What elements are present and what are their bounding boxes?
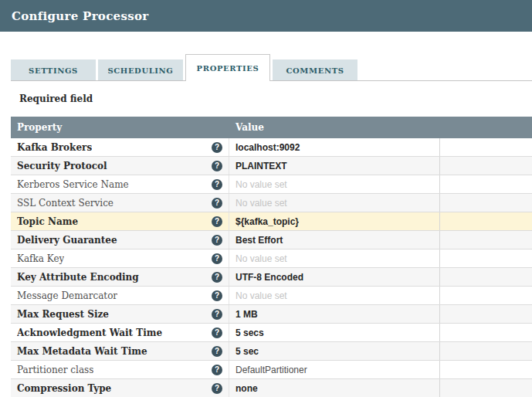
table-row[interactable]: Kerberos Service Name? No value set [11,175,532,194]
property-value[interactable]: 5 sec [229,342,440,360]
row-filler [440,361,532,378]
property-name: Partitioner class [17,365,93,375]
row-filler [440,138,532,156]
row-filler [440,324,532,341]
tab-comments[interactable]: COMMENTS [273,59,357,81]
property-value[interactable]: No value set [229,194,440,212]
row-filler [440,342,532,360]
dialog-header: Configure Processor [0,0,532,32]
tab-bar: SETTINGS SCHEDULING PROPERTIES COMMENTS [11,54,532,81]
table-row[interactable]: Key Attribute Encoding? UTF-8 Encoded [11,268,532,287]
property-value[interactable]: none [229,379,440,397]
table-row[interactable]: Kafka Brokers? localhost:9092 [11,138,532,157]
help-icon[interactable]: ? [212,198,222,209]
property-name: Key Attribute Encoding [17,272,139,283]
tab-scheduling[interactable]: SCHEDULING [98,59,183,81]
tab-properties[interactable]: PROPERTIES [185,54,270,81]
table-row[interactable]: Partitioner class? DefaultPartitioner [11,361,532,379]
table-row[interactable]: SSL Context Service? No value set [11,194,532,212]
properties-table: Property Value Kafka Brokers? localhost:… [11,117,532,397]
dialog-title: Configure Processor [12,9,148,23]
property-value[interactable]: PLAINTEXT [229,157,440,175]
row-filler [440,231,532,249]
help-icon[interactable]: ? [212,235,222,246]
help-icon[interactable]: ? [212,383,222,394]
property-value[interactable]: UTF-8 Encoded [229,268,440,286]
help-icon[interactable]: ? [212,290,222,301]
required-field-label: Required field [19,93,532,105]
row-filler [440,287,532,304]
table-row[interactable]: Compression Type? none [11,379,532,397]
column-header-property: Property [11,122,229,133]
help-icon[interactable]: ? [212,142,222,153]
table-row[interactable]: Max Request Size? 1 MB [11,305,532,324]
row-filler [440,268,532,286]
property-value[interactable]: Best Effort [229,231,440,249]
table-row[interactable]: Message Demarcator? No value set [11,287,532,305]
property-name: Max Metadata Wait Time [17,346,147,357]
property-name: Topic Name [17,216,78,227]
row-filler [440,305,532,323]
property-name: Kafka Key [17,253,64,264]
property-name: Max Request Size [17,309,109,320]
property-value[interactable]: localhost:9092 [229,138,440,156]
property-name: Compression Type [17,383,111,394]
property-value[interactable]: ${kafka_topic} [229,212,440,230]
help-icon[interactable]: ? [212,365,222,375]
help-icon[interactable]: ? [212,327,222,338]
property-name: Message Demarcator [17,290,117,301]
table-row[interactable]: Security Protocol? PLAINTEXT [11,157,532,175]
table-row-highlighted[interactable]: Topic Name? ${kafka_topic} [11,212,532,231]
help-icon[interactable]: ? [212,179,222,190]
property-name: Delivery Guarantee [17,235,117,246]
table-row[interactable]: Kafka Key? No value set [11,249,532,268]
property-name: Kerberos Service Name [17,179,129,190]
row-filler [440,175,532,193]
help-icon[interactable]: ? [212,309,222,320]
property-value[interactable]: 1 MB [229,305,440,323]
row-filler [440,157,532,175]
property-value[interactable]: No value set [229,175,440,193]
property-name: Acknowledgment Wait Time [17,327,162,338]
help-icon[interactable]: ? [212,253,222,264]
column-header-value: Value [229,122,440,133]
property-name: Kafka Brokers [17,142,92,153]
property-value[interactable]: DefaultPartitioner [229,361,440,378]
help-icon[interactable]: ? [212,272,222,283]
help-icon[interactable]: ? [212,216,222,227]
property-value[interactable]: 5 secs [229,324,440,341]
table-header: Property Value [11,117,532,138]
row-filler [440,194,532,212]
property-value[interactable]: No value set [229,249,440,267]
table-row[interactable]: Max Metadata Wait Time? 5 sec [11,342,532,361]
property-name: SSL Context Service [17,198,114,209]
row-filler [440,379,532,397]
property-name: Security Protocol [17,161,107,171]
row-filler [440,212,532,230]
tab-settings[interactable]: SETTINGS [11,59,96,81]
table-row[interactable]: Delivery Guarantee? Best Effort [11,231,532,249]
property-value[interactable]: No value set [229,287,440,304]
help-icon[interactable]: ? [212,346,222,357]
table-row[interactable]: Acknowledgment Wait Time? 5 secs [11,324,532,342]
row-filler [440,249,532,267]
help-icon[interactable]: ? [212,161,222,171]
